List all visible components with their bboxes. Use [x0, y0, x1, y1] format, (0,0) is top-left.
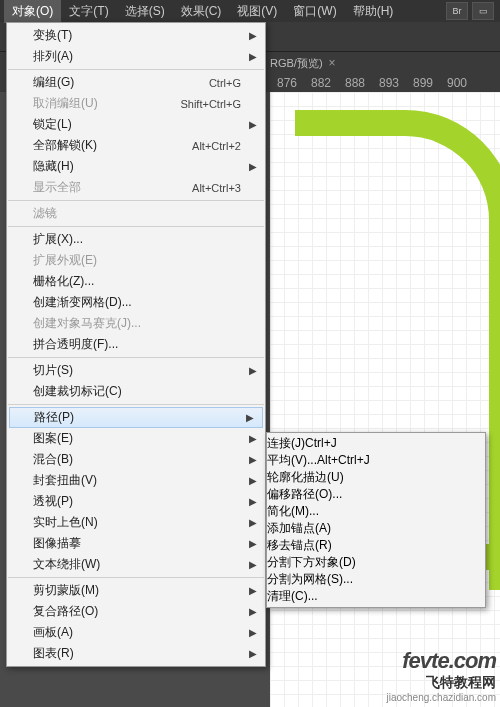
menu-item[interactable]: 添加锚点(A) [267, 520, 485, 537]
menu-item[interactable]: 编组(G)Ctrl+G [7, 72, 265, 93]
menu-shortcut: Alt+Ctrl+J [317, 453, 370, 467]
chevron-right-icon: ▶ [249, 454, 257, 465]
menu-select[interactable]: 选择(S) [117, 0, 173, 23]
menu-item-label: 显示全部 [33, 179, 81, 196]
menu-item[interactable]: 拼合透明度(F)... [7, 334, 265, 355]
menu-item: 扩展外观(E) [7, 250, 265, 271]
menu-item-label: 实时上色(N) [33, 514, 98, 531]
watermark: fevte.com 飞特教程网 jiaocheng.chazidian.com [386, 648, 496, 703]
menu-item-label: 封套扭曲(V) [33, 472, 97, 489]
menu-item-label: 锁定(L) [33, 116, 72, 133]
menu-item: 移去锚点(R) [267, 537, 485, 554]
menu-item-label: 变换(T) [33, 27, 72, 44]
menu-item-label: 图表(R) [33, 645, 74, 662]
close-icon[interactable]: × [329, 56, 336, 70]
menu-text[interactable]: 文字(T) [61, 0, 116, 23]
menu-item-label: 隐藏(H) [33, 158, 74, 175]
menu-item[interactable]: 创建渐变网格(D)... [7, 292, 265, 313]
menu-item-label: 路径(P) [34, 409, 74, 426]
menu-item[interactable]: 混合(B)▶ [7, 449, 265, 470]
menu-item-label: 图案(E) [33, 430, 73, 447]
menu-item-label: 平均(V)... [267, 453, 317, 467]
menu-shortcut: Ctrl+J [305, 436, 337, 450]
menu-item-label: 全部解锁(K) [33, 137, 97, 154]
chevron-right-icon: ▶ [249, 585, 257, 596]
menu-item[interactable]: 变换(T)▶ [7, 25, 265, 46]
menu-item-label: 添加锚点(A) [267, 521, 331, 535]
ruler-tick: 888 [338, 76, 372, 90]
chevron-right-icon: ▶ [249, 475, 257, 486]
arrange-icon[interactable]: ▭ [472, 2, 494, 20]
menu-item[interactable]: 剪切蒙版(M)▶ [7, 580, 265, 601]
menu-item[interactable]: 实时上色(N)▶ [7, 512, 265, 533]
document-tab[interactable]: RGB/预览) [270, 56, 323, 71]
menu-item[interactable]: 全部解锁(K)Alt+Ctrl+2 [7, 135, 265, 156]
chevron-right-icon: ▶ [249, 627, 257, 638]
chevron-right-icon: ▶ [246, 412, 254, 423]
menu-item[interactable]: 创建裁切标记(C) [7, 381, 265, 402]
menu-item-label: 移去锚点(R) [267, 538, 332, 552]
chevron-right-icon: ▶ [249, 365, 257, 376]
chevron-right-icon: ▶ [249, 517, 257, 528]
chevron-right-icon: ▶ [249, 606, 257, 617]
menu-item[interactable]: 锁定(L)▶ [7, 114, 265, 135]
menu-item-label: 创建对象马赛克(J)... [33, 315, 141, 332]
menu-item[interactable]: 连接(J)Ctrl+J [267, 435, 485, 452]
chevron-right-icon: ▶ [249, 559, 257, 570]
object-menu: 变换(T)▶排列(A)▶编组(G)Ctrl+G取消编组(U)Shift+Ctrl… [6, 22, 266, 667]
path-submenu: 连接(J)Ctrl+J平均(V)...Alt+Ctrl+J轮廓化描边(U)偏移路… [266, 432, 486, 608]
menu-item-label: 混合(B) [33, 451, 73, 468]
menu-separator [8, 357, 264, 358]
menu-item[interactable]: 复合路径(O)▶ [7, 601, 265, 622]
menu-item[interactable]: 路径(P)▶ [9, 407, 263, 428]
menu-item-label: 简化(M)... [267, 504, 319, 518]
menu-item-label: 排列(A) [33, 48, 73, 65]
menu-item: 分割下方对象(D) [267, 554, 485, 571]
menu-item-label: 扩展(X)... [33, 231, 83, 248]
menu-item-label: 透视(P) [33, 493, 73, 510]
ruler-tick: 900 [440, 76, 474, 90]
menu-item[interactable]: 平均(V)...Alt+Ctrl+J [267, 452, 485, 469]
menu-item[interactable]: 栅格化(Z)... [7, 271, 265, 292]
menu-item[interactable]: 文本绕排(W)▶ [7, 554, 265, 575]
menu-item-label: 取消编组(U) [33, 95, 98, 112]
menu-help[interactable]: 帮助(H) [345, 0, 402, 23]
menu-item[interactable]: 切片(S)▶ [7, 360, 265, 381]
chevron-right-icon: ▶ [249, 538, 257, 549]
menu-item-label: 切片(S) [33, 362, 73, 379]
menu-item-label: 复合路径(O) [33, 603, 98, 620]
menu-separator [8, 577, 264, 578]
menu-item[interactable]: 偏移路径(O)... [267, 486, 485, 503]
menu-item-label: 创建渐变网格(D)... [33, 294, 132, 311]
menu-item[interactable]: 隐藏(H)▶ [7, 156, 265, 177]
menu-item[interactable]: 清理(C)... [267, 588, 485, 605]
chevron-right-icon: ▶ [249, 433, 257, 444]
menu-item-label: 图像描摹 [33, 535, 81, 552]
menu-window[interactable]: 窗口(W) [285, 0, 344, 23]
menu-item[interactable]: 图像描摹▶ [7, 533, 265, 554]
menu-item[interactable]: 扩展(X)... [7, 229, 265, 250]
bridge-icon[interactable]: Br [446, 2, 468, 20]
chevron-right-icon: ▶ [249, 648, 257, 659]
menu-view[interactable]: 视图(V) [229, 0, 285, 23]
menu-item-label: 剪切蒙版(M) [33, 582, 99, 599]
watermark-cn: 飞特教程网 [386, 674, 496, 692]
menu-item[interactable]: 图案(E)▶ [7, 428, 265, 449]
menu-item-label: 拼合透明度(F)... [33, 336, 118, 353]
menu-item[interactable]: 分割为网格(S)... [267, 571, 485, 588]
menu-effect[interactable]: 效果(C) [173, 0, 230, 23]
chevron-right-icon: ▶ [249, 119, 257, 130]
menu-item[interactable]: 图表(R)▶ [7, 643, 265, 664]
menu-item-label: 分割下方对象(D) [267, 555, 356, 569]
menu-shortcut: Alt+Ctrl+3 [192, 182, 241, 194]
canvas[interactable] [270, 92, 500, 707]
menu-item-label: 创建裁切标记(C) [33, 383, 122, 400]
menu-item[interactable]: 简化(M)... [267, 503, 485, 520]
menu-item[interactable]: 轮廓化描边(U) [267, 469, 485, 486]
menu-item[interactable]: 画板(A)▶ [7, 622, 265, 643]
menu-item[interactable]: 封套扭曲(V)▶ [7, 470, 265, 491]
menu-object[interactable]: 对象(O) [4, 0, 61, 23]
menu-item[interactable]: 排列(A)▶ [7, 46, 265, 67]
menu-item: 创建对象马赛克(J)... [7, 313, 265, 334]
menu-item[interactable]: 透视(P)▶ [7, 491, 265, 512]
